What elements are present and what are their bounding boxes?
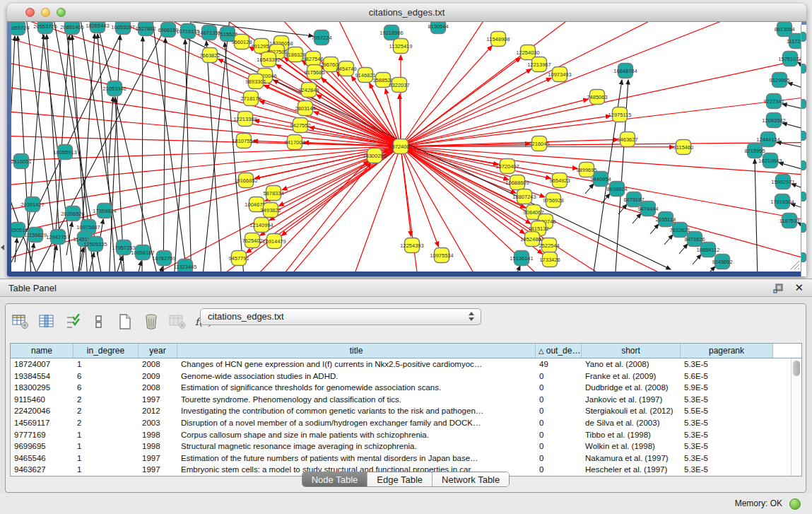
column-header-pagerank[interactable]: pagerank [681, 344, 773, 358]
cited-node[interactable]: 16914479 [262, 234, 286, 249]
paper-node[interactable]: 16782759 [152, 251, 175, 266]
resize-grip[interactable] [789, 259, 800, 270]
cited-node[interactable]: 9893301 [245, 74, 266, 89]
network-canvas-area[interactable]: 1405572420553726208914061826544310653287… [11, 22, 801, 271]
cited-node[interactable]: 9899695 [576, 163, 596, 177]
column-header-name[interactable]: name [11, 344, 73, 358]
cited-node[interactable]: 8454749 [336, 62, 356, 76]
cited-node[interactable]: 7625402 [242, 233, 262, 248]
cited-node[interactable]: 3493822 [260, 203, 281, 218]
cited-node[interactable]: 9463627 [617, 132, 637, 147]
cited-node[interactable]: 7485063 [587, 90, 607, 105]
cited-node[interactable]: 2522544 [539, 238, 559, 253]
tab-node-table[interactable]: Node Table [302, 472, 367, 486]
paper-node[interactable]: 19218586 [379, 25, 403, 40]
paper-node[interactable]: 18055913 [53, 145, 76, 160]
panel-collapse-arrow[interactable] [1, 245, 4, 250]
table-row[interactable]: 1830029562008Estimation of significance … [11, 382, 801, 394]
clear-selection-icon[interactable] [90, 313, 108, 331]
tab-network-table[interactable]: Network Table [432, 472, 509, 486]
table-row[interactable]: 977716911998Corpus callosum shape and si… [11, 429, 801, 441]
paper-node[interactable]: 11323445 [174, 259, 197, 272]
paper-node[interactable]: 9245652 [712, 255, 732, 269]
delete-table-icon[interactable] [168, 313, 187, 331]
cited-node[interactable]: 9654923 [549, 173, 570, 188]
cited-node[interactable]: 19166852 [234, 173, 257, 188]
cited-node[interactable]: 12140994 [249, 218, 273, 233]
paper-node[interactable]: 18265443 [86, 22, 109, 33]
table-row[interactable]: 2242004622012Investigating the contribut… [11, 405, 801, 417]
cited-node[interactable]: 9756928 [543, 193, 563, 208]
paper-node[interactable]: 1527802 [135, 22, 155, 36]
cited-node[interactable]: 11325419 [389, 39, 413, 54]
paper-node[interactable]: 8215955 [744, 144, 765, 158]
paper-node[interactable]: 15136141 [510, 251, 533, 266]
cited-node[interactable]: 18807243 [512, 189, 536, 204]
memory-status-icon[interactable] [789, 498, 801, 510]
paper-node[interactable]: 9329965 [769, 73, 789, 88]
select-all-icon[interactable] [64, 313, 82, 331]
cited-node[interactable]: 8427552 [290, 118, 310, 133]
cited-node[interactable]: 7663822 [199, 48, 220, 63]
cited-node[interactable]: 1733426 [539, 252, 560, 267]
cited-node[interactable]: 10688609 [505, 175, 529, 190]
paper-node[interactable]: 16648784 [613, 64, 637, 78]
cited-node[interactable]: 18107554 [232, 134, 255, 148]
cited-node[interactable]: 12254393 [400, 238, 423, 253]
paper-node[interactable]: 17359924 [93, 204, 116, 218]
paper-node[interactable]: 15992971 [771, 175, 794, 189]
network-canvas[interactable]: 1405572420553726208914061826544310653287… [11, 22, 801, 271]
paper-node[interactable]: 8130544 [428, 22, 448, 34]
delete-column-icon[interactable] [142, 313, 160, 331]
cited-node[interactable]: 9115460 [673, 140, 694, 155]
table-row[interactable]: 946554611997Estimation of the future num… [11, 452, 801, 465]
table-row[interactable]: 1938455462009Genome-wide association stu… [11, 370, 801, 382]
paper-node[interactable]: 20553726 [33, 22, 57, 34]
paper-node[interactable]: 2616051 [11, 154, 32, 169]
cited-node[interactable]: 10975534 [430, 248, 453, 263]
float-panel-icon[interactable] [772, 283, 784, 294]
table-row[interactable]: 1456911722003Disruption of a novel membe… [11, 417, 801, 429]
paper-node[interactable]: 12093582 [762, 113, 785, 128]
column-header-title[interactable]: title [177, 344, 536, 358]
cited-node[interactable]: 1216045 [529, 136, 549, 151]
cited-node[interactable]: 9660128 [231, 35, 252, 49]
paper-node[interactable]: 8938924 [606, 182, 627, 197]
paper-node[interactable]: 14055724 [11, 22, 30, 35]
paper-node[interactable]: 9227341 [763, 94, 784, 109]
cited-node[interactable]: 2803144 [295, 101, 315, 116]
cited-node[interactable]: 5878334 [263, 186, 283, 201]
paper-node[interactable]: 21053346 [102, 81, 126, 96]
table-mode-icon[interactable] [11, 313, 30, 331]
paper-node[interactable]: 10653287 [111, 22, 134, 35]
column-header-short[interactable]: short [582, 344, 681, 358]
cited-node[interactable]: 9322037 [389, 78, 409, 93]
table-vertical-scrollbar[interactable] [791, 358, 801, 476]
tab-edge-table[interactable]: Edge Table [367, 472, 432, 486]
cited-node[interactable]: 9242848 [298, 83, 319, 98]
paper-node[interactable]: 1187533 [779, 214, 800, 228]
column-header-out-de-[interactable]: △out_de… [536, 344, 582, 358]
cited-node[interactable]: 11548908 [487, 32, 510, 47]
close-panel-icon[interactable]: ✕ [794, 281, 804, 294]
scrollbar-thumb[interactable] [793, 361, 800, 376]
show-columns-icon[interactable] [37, 313, 56, 331]
column-header-year[interactable]: year [139, 344, 177, 358]
new-column-icon[interactable] [116, 313, 134, 331]
paper-node[interactable]: 9474444 [637, 201, 658, 216]
paper-node[interactable]: 6966160 [158, 23, 178, 37]
table-row[interactable]: 1872400712008Changes of HCN gene express… [11, 358, 801, 370]
cited-node[interactable]: 9457791 [228, 251, 249, 266]
table-row[interactable]: 969969511998Structural magnetic resonanc… [11, 440, 801, 452]
cited-node[interactable]: 12975115 [608, 107, 632, 122]
cited-node[interactable]: 9175685 [304, 65, 324, 80]
column-header-in-degree[interactable]: in_degree [73, 344, 139, 358]
cited-node[interactable]: 9417004 [284, 135, 305, 150]
cited-node[interactable]: 10973493 [548, 67, 571, 82]
network-table-selector[interactable]: citations_edges.txt [200, 308, 481, 325]
paper-node[interactable]: 17016504 [770, 194, 794, 209]
paper-node[interactable]: 10719135 [176, 24, 199, 39]
table-row[interactable]: 911546021997Tourette syndrome. Phenomeno… [11, 394, 801, 406]
window-titlebar[interactable]: citations_edges.txt [7, 4, 806, 22]
paper-node[interactable]: 7957224 [311, 30, 331, 45]
